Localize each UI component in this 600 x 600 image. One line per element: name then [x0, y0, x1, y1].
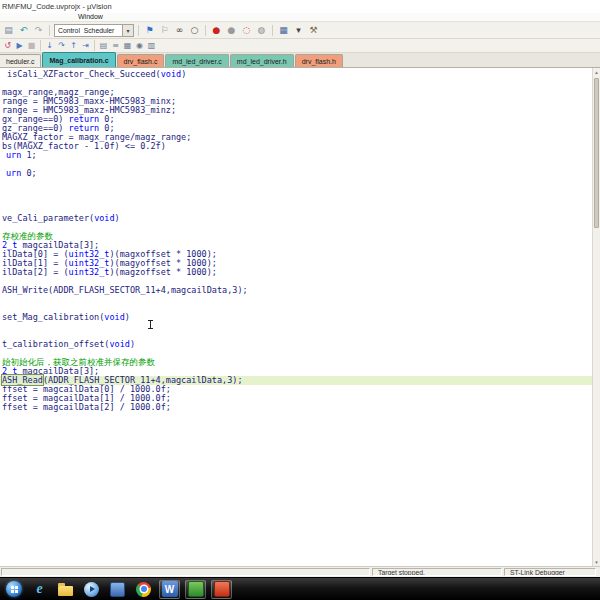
word-icon[interactable]: W [159, 580, 180, 599]
flag-icon[interactable]: ⚑ [143, 24, 156, 37]
step-out-icon[interactable]: ↑ [68, 40, 79, 51]
tab-md-led-driver-c[interactable]: md_led_driver.c [165, 54, 228, 67]
ie-icon[interactable]: e [29, 580, 50, 599]
paste-icon[interactable]: ▤ [2, 24, 15, 37]
toolbar-separator [272, 25, 273, 36]
blue-app-icon[interactable] [107, 580, 128, 599]
scrollbar-thumb[interactable] [594, 78, 599, 228]
reset-icon[interactable]: ↺ [2, 40, 13, 51]
text-cursor [150, 320, 151, 329]
document-tab-bar: heduler.cMag_calibration.cdrv_flash.cmd_… [0, 53, 600, 68]
code-segment: isCali_XZFactor_Check_Succeed( [2, 69, 161, 79]
tab-mag-calibration-c[interactable]: Mag_calibration.c [42, 52, 115, 67]
code-line: set_Mag_calibration(void) [0, 313, 592, 322]
flag-clear-icon[interactable]: ⚐ [158, 24, 171, 37]
breakpoint-icon[interactable]: ● [210, 24, 223, 37]
start-button[interactable] [3, 580, 24, 599]
code-segment: uint32_t [69, 267, 110, 277]
code-segment: ffset = magcailData[2] / 1000.0f; [2, 402, 171, 412]
red-app-icon-glyph [214, 581, 230, 597]
code-segment: ) [115, 213, 120, 223]
media-player-icon-glyph [84, 582, 99, 597]
code-line: urn 1; [0, 151, 592, 160]
breakpoint-enable-icon[interactable]: ◍ [255, 24, 268, 37]
debugger-name: ST-Link Debugger [504, 568, 596, 576]
code-segment: set_Mag_calibration( [2, 312, 104, 322]
title-bar: RM\FMU_Code.uvprojx - µVision [0, 0, 600, 13]
menu-bar: Window [0, 13, 600, 22]
code-segment: void [94, 213, 114, 223]
code-line: t_calibration_offset(void) [0, 340, 592, 349]
code-segment: t_calibration_offset( [2, 339, 109, 349]
code-line [0, 187, 592, 196]
code-text-area[interactable]: isCali_XZFactor_Check_Succeed(void) magx… [0, 68, 592, 566]
stop-icon[interactable]: ■ [26, 40, 37, 51]
start-button-glyph [6, 581, 22, 597]
blue-app-icon-glyph [110, 582, 125, 597]
code-segment: ) [125, 312, 130, 322]
tab-heduler-c[interactable]: heduler.c [0, 54, 41, 67]
code-segment: 1; [21, 150, 36, 160]
target-select-dropdown[interactable]: Control_Scheduler▾ [54, 24, 134, 37]
status-spacer-panel [1, 568, 370, 576]
target-status: Target stopped. [372, 568, 502, 576]
chrome-icon[interactable] [133, 580, 154, 599]
code-segment: urn [6, 150, 21, 160]
ie-icon-glyph: e [36, 582, 42, 596]
tab-label: Mag_calibration.c [49, 57, 108, 64]
tab-md-led-driver-h[interactable]: md_led_driver.h [230, 54, 294, 67]
layout-dropdown-icon[interactable]: ▾ [292, 24, 305, 37]
code-segment: ve_Cali_parameter( [2, 213, 94, 223]
red-app-icon[interactable] [211, 580, 232, 599]
toolbar-separator [40, 40, 41, 51]
toolbar-separator [138, 25, 139, 36]
step-into-icon[interactable]: ↓ [44, 40, 55, 51]
explorer-folder-icon[interactable] [55, 580, 76, 599]
code-segment: urn [6, 168, 21, 178]
undo-icon[interactable]: ↶ [17, 24, 30, 37]
code-editor[interactable]: isCali_XZFactor_Check_Succeed(void) magx… [0, 68, 600, 566]
menu-item-window[interactable]: Window [75, 13, 106, 21]
tab-drv-flash-c[interactable]: drv_flash.c [117, 54, 165, 67]
chevron-down-icon: ▾ [122, 25, 133, 36]
code-line: bs(MAGXZ_factor - 1.0f) <= 0.2f) [0, 142, 592, 151]
code-line: isCali_XZFactor_Check_Succeed(void) [0, 70, 592, 79]
watch-window-icon[interactable]: ◉ [134, 40, 145, 51]
code-line [0, 223, 592, 232]
word-icon-glyph: W [162, 581, 178, 597]
registers-window-icon[interactable]: ▦ [122, 40, 133, 51]
code-line [0, 196, 592, 205]
command-window-icon[interactable]: ▤ [98, 40, 109, 51]
code-segment: )(magzoffset * 1000); [109, 267, 216, 277]
find-in-files-icon[interactable]: ∞ [173, 24, 186, 37]
media-player-icon[interactable] [81, 580, 102, 599]
scroll-up-arrow-icon[interactable]: ▲ [593, 68, 600, 76]
run-to-cursor-icon[interactable]: ⇥ [80, 40, 91, 51]
breakpoint-disable-icon[interactable]: ● [225, 24, 238, 37]
code-segment: ilData[2] = ( [2, 267, 69, 277]
breakpoint-kill-icon[interactable]: ◌ [240, 24, 253, 37]
windows-taskbar: eW [0, 577, 600, 600]
code-segment: void [104, 312, 124, 322]
windows-layout-icon[interactable]: ▦ [277, 24, 290, 37]
code-segment: ) [130, 339, 135, 349]
disassembly-window-icon[interactable]: ≡ [110, 40, 121, 51]
memory-window-icon[interactable]: ▥ [146, 40, 157, 51]
uvision-window: RM\FMU_Code.uvprojx - µVision Window ▤↶↷… [0, 0, 600, 600]
find-icon[interactable]: ○ [188, 24, 201, 37]
toolbar-separator [205, 25, 206, 36]
tab-label: drv_flash.c [124, 58, 158, 65]
scroll-down-arrow-icon[interactable]: ▼ [593, 558, 600, 566]
run-icon[interactable]: ▶ [14, 40, 25, 51]
tab-label: drv_flash.h [302, 58, 336, 65]
tab-drv-flash-h[interactable]: drv_flash.h [295, 54, 343, 67]
target-select-value: Control_Scheduler [55, 27, 122, 34]
chrome-icon-glyph [136, 582, 151, 597]
redo-icon[interactable]: ↷ [32, 24, 45, 37]
green-app-icon[interactable] [185, 580, 206, 599]
vertical-scrollbar[interactable]: ▲ ▼ [592, 68, 600, 566]
configure-icon[interactable]: ⚒ [307, 24, 320, 37]
code-segment: 0; [21, 168, 36, 178]
step-over-icon[interactable]: ↷ [56, 40, 67, 51]
code-line: ASH_Write(ADDR_FLASH_SECTOR_11+4,magcail… [0, 286, 592, 295]
